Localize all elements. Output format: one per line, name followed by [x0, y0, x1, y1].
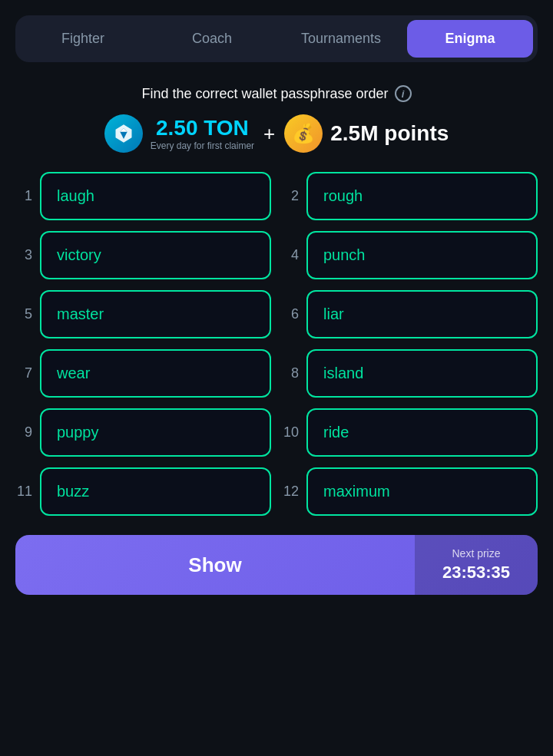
word-number-10: 10 — [282, 424, 299, 441]
word-cell-2: 2 rough — [282, 172, 538, 220]
next-prize-section: Next prize 23:53:35 — [415, 535, 538, 595]
header-section: Find the correct wallet passphrase order… — [15, 85, 538, 153]
word-cell-1: 1 laugh — [15, 172, 271, 220]
points-value: 2.5M points — [330, 121, 449, 146]
next-prize-timer: 23:53:35 — [442, 563, 510, 583]
word-cell-3: 3 victory — [15, 231, 271, 279]
header-title: Find the correct wallet passphrase order… — [15, 85, 538, 102]
word-box-2[interactable]: rough — [306, 172, 538, 220]
word-box-10[interactable]: ride — [306, 408, 538, 457]
show-button-container: Show Next prize 23:53:35 — [15, 535, 538, 595]
header-title-text: Find the correct wallet passphrase order — [141, 86, 388, 102]
word-grid: 1 laugh 2 rough 3 victory 4 punch 5 mast… — [15, 172, 538, 516]
word-number-6: 6 — [282, 306, 299, 322]
word-number-2: 2 — [282, 188, 299, 204]
ton-badge: 2.50 TON Every day for first claimer — [104, 114, 254, 153]
word-box-12[interactable]: maximum — [306, 467, 538, 516]
word-box-7[interactable]: wear — [40, 349, 271, 398]
word-number-1: 1 — [15, 188, 32, 204]
tab-tournaments[interactable]: Tournaments — [278, 20, 404, 58]
word-number-8: 8 — [282, 365, 299, 381]
next-prize-label: Next prize — [452, 547, 500, 560]
word-box-6[interactable]: liar — [306, 290, 538, 338]
word-box-11[interactable]: buzz — [40, 467, 271, 516]
word-number-5: 5 — [15, 306, 32, 322]
reward-row: 2.50 TON Every day for first claimer + 💰… — [15, 114, 538, 153]
word-box-1[interactable]: laugh — [40, 172, 271, 220]
word-box-5[interactable]: master — [40, 290, 271, 338]
word-box-4[interactable]: punch — [306, 231, 538, 279]
word-cell-11: 11 buzz — [15, 467, 271, 516]
tab-enigma[interactable]: Enigma — [407, 20, 533, 58]
info-icon[interactable]: i — [395, 85, 412, 102]
word-cell-12: 12 maximum — [282, 467, 538, 516]
tab-fighter[interactable]: Fighter — [20, 20, 146, 58]
ton-value: 2.50 TON — [151, 116, 254, 140]
word-number-9: 9 — [15, 424, 32, 441]
word-cell-7: 7 wear — [15, 349, 271, 398]
word-cell-8: 8 island — [282, 349, 538, 398]
plus-sign: + — [263, 122, 275, 146]
word-number-7: 7 — [15, 365, 32, 381]
word-cell-10: 10 ride — [282, 408, 538, 457]
word-cell-4: 4 punch — [282, 231, 538, 279]
coin-badge: 💰 2.5M points — [284, 114, 449, 153]
coin-icon: 💰 — [284, 114, 323, 153]
word-number-3: 3 — [15, 247, 32, 263]
word-box-9[interactable]: puppy — [40, 408, 271, 457]
word-box-8[interactable]: island — [306, 349, 538, 398]
word-number-12: 12 — [282, 484, 299, 500]
word-cell-5: 5 master — [15, 290, 271, 338]
ton-subtitle: Every day for first claimer — [151, 140, 254, 151]
ton-amount: 2.50 TON Every day for first claimer — [151, 116, 254, 151]
word-box-3[interactable]: victory — [40, 231, 271, 279]
word-cell-6: 6 liar — [282, 290, 538, 338]
app-container: Fighter Coach Tournaments Enigma Find th… — [0, 0, 553, 756]
word-number-4: 4 — [282, 247, 299, 263]
word-number-11: 11 — [15, 484, 32, 500]
show-button[interactable]: Show — [15, 535, 415, 595]
ton-icon — [104, 114, 143, 153]
tab-bar: Fighter Coach Tournaments Enigma — [15, 15, 538, 62]
word-cell-9: 9 puppy — [15, 408, 271, 457]
tab-coach[interactable]: Coach — [149, 20, 275, 58]
